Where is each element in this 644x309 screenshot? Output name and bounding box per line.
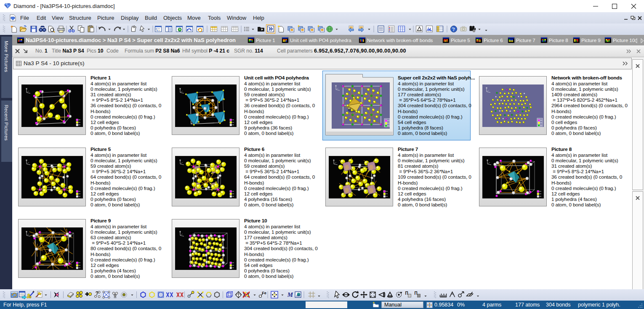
svg-text:Π: Π (405, 291, 408, 296)
svg-text:?: ? (452, 26, 455, 32)
svg-text:Π: Π (414, 291, 417, 296)
svg-text:M: M (287, 291, 293, 298)
svg-text:Fe: Fe (262, 291, 266, 295)
